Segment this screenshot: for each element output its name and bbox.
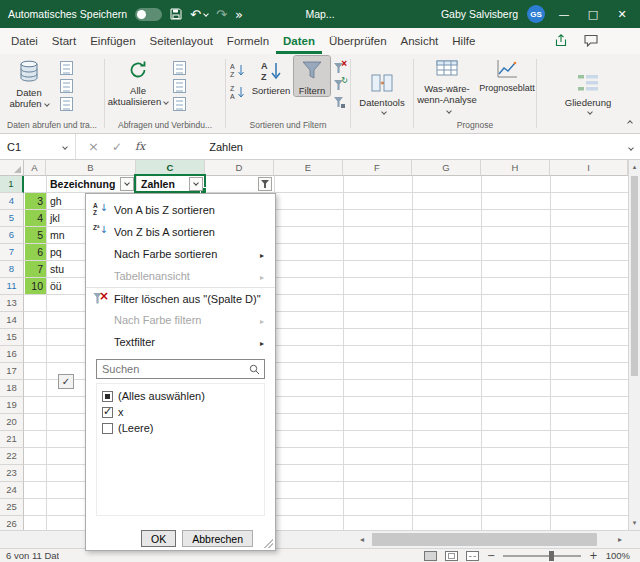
- name-box[interactable]: C1: [0, 134, 76, 159]
- tab-einfügen[interactable]: Einfügen: [83, 28, 142, 54]
- filter-option-2[interactable]: (Leere): [99, 420, 262, 436]
- normal-view-icon[interactable]: [424, 551, 437, 561]
- advanced-filter-icon[interactable]: [333, 96, 346, 109]
- zoom-in-icon[interactable]: +: [589, 550, 597, 561]
- b1-filter-dropdown-button[interactable]: [120, 177, 134, 191]
- refresh-all-button[interactable]: Alle aktualisieren: [106, 56, 170, 107]
- resize-grip[interactable]: [263, 538, 273, 548]
- from-text-csv-icon[interactable]: [60, 61, 73, 75]
- maximize-button[interactable]: □: [583, 8, 603, 21]
- get-data-button[interactable]: Daten abrufen: [1, 56, 57, 109]
- comments-icon[interactable]: [584, 34, 598, 49]
- row-header-25[interactable]: 25: [0, 499, 24, 516]
- scroll-right-icon[interactable]: ▸: [612, 532, 628, 548]
- from-web-icon[interactable]: [60, 79, 73, 93]
- save-icon[interactable]: [170, 8, 182, 20]
- row-header-6[interactable]: 6: [0, 227, 24, 244]
- properties-icon[interactable]: [173, 79, 186, 93]
- row-header-24[interactable]: 24: [0, 482, 24, 499]
- datatools-button[interactable]: Datentools: [351, 54, 413, 133]
- autosave-toggle[interactable]: [135, 8, 162, 21]
- minimize-button[interactable]: —: [554, 8, 574, 21]
- column-header-E[interactable]: E: [274, 160, 343, 176]
- cancel-button[interactable]: Abbrechen: [182, 530, 253, 547]
- edit-links-icon[interactable]: [173, 97, 186, 111]
- reapply-filter-icon[interactable]: [333, 79, 346, 92]
- forecast-sheet-button[interactable]: Prognoseblatt: [479, 56, 535, 94]
- queries-connections-icon[interactable]: [173, 61, 186, 75]
- scroll-down-icon[interactable]: ▾: [629, 516, 640, 530]
- d1-filter-dropdown-button[interactable]: [258, 177, 272, 191]
- undo-icon[interactable]: ↶: [190, 8, 208, 21]
- column-header-D[interactable]: D: [205, 160, 274, 176]
- row-header-13[interactable]: 13: [0, 295, 24, 312]
- tab-ansicht[interactable]: Ansicht: [394, 28, 446, 54]
- checkbox-unchecked-icon[interactable]: [102, 423, 113, 434]
- menu-item-sort-az[interactable]: Von A bis Z sortieren: [86, 199, 275, 221]
- zoom-out-icon[interactable]: −: [487, 550, 495, 561]
- user-name[interactable]: Gaby Salvisberg: [441, 8, 518, 20]
- document-title[interactable]: Map...: [240, 8, 400, 20]
- menu-item-clear-filter[interactable]: Filter löschen aus "(Spalte D)": [86, 287, 275, 309]
- page-layout-view-icon[interactable]: [445, 551, 458, 561]
- row-header-14[interactable]: 14: [0, 312, 24, 329]
- cell-b1[interactable]: Bezeichnung: [47, 176, 119, 192]
- column-header-A[interactable]: A: [24, 160, 46, 176]
- checkbox-indeterminate-icon[interactable]: [102, 391, 113, 402]
- cell-a5[interactable]: 4: [25, 210, 46, 226]
- row-header-23[interactable]: 23: [0, 465, 24, 482]
- name-box-chevron-icon[interactable]: [62, 144, 68, 150]
- vertical-scroll-thumb[interactable]: [631, 176, 638, 376]
- row-header-11[interactable]: 11: [0, 278, 24, 295]
- tab-datei[interactable]: Datei: [4, 28, 45, 54]
- row-header-5[interactable]: 5: [0, 210, 24, 227]
- row-header-19[interactable]: 19: [0, 397, 24, 414]
- tab-überprüfen[interactable]: Überprüfen: [322, 28, 394, 54]
- sort-ascending-icon[interactable]: AZ: [230, 62, 245, 80]
- tab-formeln[interactable]: Formeln: [220, 28, 276, 54]
- row-header-20[interactable]: 20: [0, 414, 24, 431]
- row-header-8[interactable]: 8: [0, 261, 24, 278]
- ok-button[interactable]: OK: [141, 530, 176, 547]
- row-header-15[interactable]: 15: [0, 329, 24, 346]
- cell-a6[interactable]: 5: [25, 227, 46, 243]
- select-all-corner[interactable]: [0, 160, 24, 176]
- column-header-G[interactable]: G: [412, 160, 481, 176]
- row-header-1[interactable]: 1: [0, 176, 24, 193]
- close-button[interactable]: ✕: [612, 8, 632, 21]
- filter-button[interactable]: Filtern: [294, 56, 330, 96]
- scroll-left-icon[interactable]: ◂: [354, 532, 370, 548]
- zoom-slider-thumb[interactable]: [549, 551, 554, 561]
- menu-item-sort-color[interactable]: Nach Farbe sortieren: [86, 243, 275, 265]
- cell-a11[interactable]: 10: [25, 278, 46, 294]
- c1-filter-dropdown-button[interactable]: [189, 177, 203, 191]
- clear-filter-icon[interactable]: [333, 62, 346, 75]
- outline-button[interactable]: Gliederung: [537, 54, 639, 133]
- sort-button[interactable]: AZ Sortieren: [248, 56, 294, 96]
- formula-content[interactable]: Zahlen: [157, 141, 626, 153]
- menu-item-text-filters[interactable]: Textfilter: [86, 331, 275, 353]
- sort-descending-icon[interactable]: ZA: [230, 84, 245, 102]
- row-header-26[interactable]: 26: [0, 516, 24, 530]
- user-avatar[interactable]: GS: [527, 5, 545, 23]
- tab-hilfe[interactable]: Hilfe: [445, 28, 482, 54]
- row-header-4[interactable]: 4: [0, 193, 24, 210]
- filter-option-1[interactable]: x: [99, 404, 262, 420]
- collapse-ribbon-icon[interactable]: [625, 116, 632, 128]
- row-header-21[interactable]: 21: [0, 431, 24, 448]
- share-icon[interactable]: [554, 34, 568, 49]
- zoom-slider[interactable]: [503, 555, 581, 557]
- cell-a7[interactable]: 6: [25, 244, 46, 260]
- menu-item-sort-za[interactable]: Von Z bis A sortieren: [86, 221, 275, 243]
- formula-bar-expand-icon[interactable]: [626, 141, 633, 153]
- filter-option-0[interactable]: (Alles auswählen): [99, 388, 262, 404]
- vertical-scrollbar[interactable]: ▴ ▾: [628, 160, 640, 530]
- tab-daten[interactable]: Daten: [276, 28, 322, 54]
- column-header-C[interactable]: C: [136, 160, 205, 176]
- horizontal-scroll-track[interactable]: [370, 531, 612, 548]
- cell-a4[interactable]: 3: [25, 193, 46, 209]
- zoom-level[interactable]: 100%: [606, 550, 630, 561]
- checkbox-checked-icon[interactable]: [102, 407, 113, 418]
- from-table-range-icon[interactable]: [60, 97, 73, 111]
- row-header-22[interactable]: 22: [0, 448, 24, 465]
